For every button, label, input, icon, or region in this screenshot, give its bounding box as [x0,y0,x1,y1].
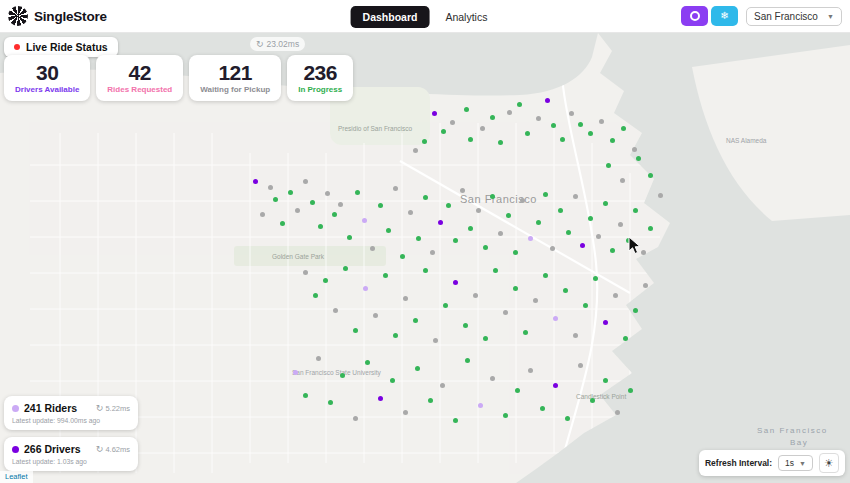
map-latency-value: 23.02ms [267,39,300,49]
map-label-alameda: NAS Alameda [726,137,767,144]
stat-label: Drivers Available [15,85,79,94]
refresh-interval-value: 1s [785,458,794,468]
drivers-count: 266 Drivers [24,443,91,455]
stat-label: Waiting for Pickup [200,85,270,94]
stats-row: 30 Drivers Available 42 Rides Requested … [4,55,353,101]
stat-value: 236 [298,61,342,84]
refresh-interval-control: Refresh Interval: 1s ▼ ☀ [699,450,845,476]
driver-dot-icon [12,446,19,453]
refresh-interval-label: Refresh Interval: [705,458,772,468]
drivers-latency: ↻ 4.62ms [96,445,130,454]
main-nav: Dashboard Analytics [351,0,500,33]
drivers-last-update: Latest update: 1.03s ago [12,458,130,465]
city-select[interactable]: San Francisco ▼ [746,7,842,26]
stat-value: 30 [15,61,79,84]
chevron-down-icon: ▼ [827,13,834,20]
drivers-latency-value: 4.62ms [105,445,130,454]
singlestore-source-button[interactable] [681,6,708,26]
stat-label: Rides Requested [107,85,172,94]
map-label-bay-line1: San Francisco [757,426,828,435]
tab-dashboard[interactable]: Dashboard [351,6,430,28]
sun-icon: ☀ [824,457,834,470]
map-label-city: San Francisco [460,193,537,205]
top-bar: SingleStore Dashboard Analytics ❄ San Fr… [0,0,850,33]
brand-name: SingleStore [34,9,107,24]
refresh-icon: ↻ [256,40,264,49]
singlestore-source-icon [690,11,700,21]
map-latency-badge: ↻ 23.02ms [250,37,305,51]
tab-analytics[interactable]: Analytics [433,6,499,28]
map-attribution[interactable]: Leaflet [0,471,33,483]
map-label-presidio: Presidio of San Francisco [338,125,412,132]
chevron-down-icon: ▼ [799,460,806,467]
refresh-interval-select[interactable]: 1s ▼ [778,455,813,471]
map-label-sfsu: San Francisco State University [292,369,382,377]
ride-dashboard-app: San Francisco Presidio of San Francisco … [0,0,850,483]
snowflake-source-button[interactable]: ❄ [711,6,738,26]
live-dot-icon [14,44,20,50]
riders-legend-card: 241 Riders ↻ 5.22ms Latest update: 994.0… [4,396,138,430]
stat-card-drivers-available: 30 Drivers Available [4,55,90,101]
riders-latency-value: 5.22ms [105,404,130,413]
map-label-ggpark: Golden Gate Park [272,253,325,260]
live-ride-status-label: Live Ride Status [26,41,108,53]
data-source-toggle: ❄ [681,6,738,26]
header-right: ❄ San Francisco ▼ [681,6,842,26]
city-select-value: San Francisco [754,11,818,22]
drivers-legend-card: 266 Drivers ↻ 4.62ms Latest update: 1.03… [4,437,138,471]
singlestore-logo-icon [8,6,28,26]
stat-card-rides-requested: 42 Rides Requested [96,55,183,101]
map-label-candlestick: Candlestick Point [576,393,626,400]
stat-card-in-progress: 236 In Progress [287,55,353,101]
brightness-toggle-button[interactable]: ☀ [819,453,839,473]
stat-label: In Progress [298,85,342,94]
stat-value: 121 [200,61,270,84]
snowflake-icon: ❄ [720,11,728,21]
refresh-icon: ↻ [96,445,104,454]
stat-value: 42 [107,61,172,84]
riders-latency: ↻ 5.22ms [96,404,130,413]
brand: SingleStore [8,6,107,26]
rider-dot-icon [12,405,19,412]
map-label-bay-line2: Bay [790,438,808,447]
riders-count: 241 Riders [24,402,91,414]
riders-last-update: Latest update: 994.00ms ago [12,417,130,424]
stat-card-waiting-for-pickup: 121 Waiting for Pickup [189,55,281,101]
live-ride-status: Live Ride Status [4,37,118,57]
refresh-icon: ↻ [96,404,104,413]
